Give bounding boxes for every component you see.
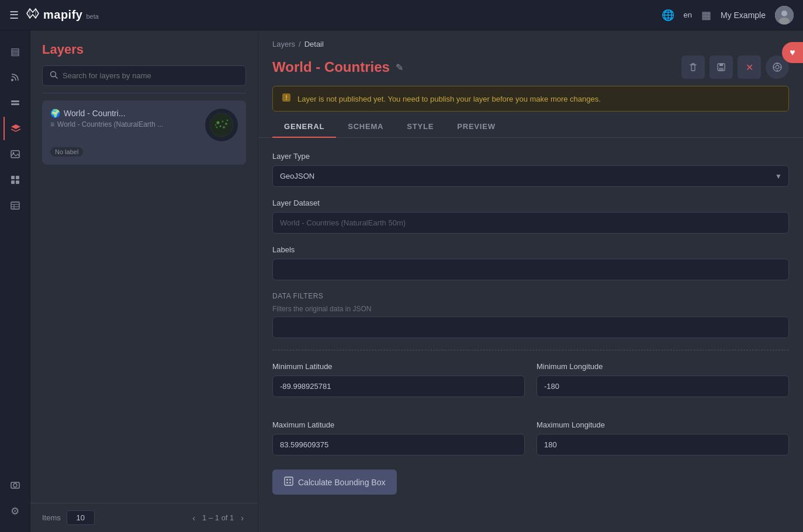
language-label[interactable]: en bbox=[684, 11, 692, 19]
project-name[interactable]: My Example bbox=[721, 11, 766, 20]
search-icon bbox=[50, 71, 58, 81]
sidebar-item-database[interactable]: ▤ bbox=[4, 40, 27, 63]
layer-card[interactable]: 🌍 World - Countri... ≡ World - Countries… bbox=[42, 100, 246, 165]
sidebar-item-group[interactable] bbox=[4, 91, 27, 114]
sidebar-item-grid[interactable] bbox=[4, 168, 27, 192]
data-filters-sub: Filters the original data in JSON bbox=[272, 305, 789, 313]
labels-input[interactable] bbox=[272, 259, 789, 280]
calculate-bounding-box-button[interactable]: Calculate Bounding Box bbox=[272, 470, 397, 495]
logo-icon bbox=[26, 8, 40, 23]
layer-type-select[interactable]: GeoJSON WMS WFS Tile bbox=[272, 165, 789, 187]
coordinates-grid: Minimum Latitude Minimum Longitude Maxim… bbox=[272, 362, 789, 467]
svg-point-34 bbox=[776, 65, 779, 69]
warning-text: Layer is not published yet. You need to … bbox=[297, 95, 601, 103]
max-lon-input[interactable] bbox=[537, 434, 789, 455]
layer-card-sub: ≡ World - Countries (NaturalEarth ... bbox=[50, 120, 205, 128]
labels-group: Labels bbox=[272, 245, 789, 280]
grid-nav-icon[interactable]: ▦ bbox=[701, 9, 711, 22]
svg-rect-6 bbox=[11, 151, 19, 158]
layers-list: 🌍 World - Countri... ≡ World - Countries… bbox=[30, 93, 258, 503]
topnav-right: 🌐 en ▦ My Example bbox=[662, 6, 794, 25]
breadcrumb-parent[interactable]: Layers bbox=[272, 40, 295, 48]
svg-point-36 bbox=[777, 70, 778, 71]
pagination: ‹ 1 – 1 of 1 › bbox=[190, 512, 246, 524]
globe-nav-icon[interactable]: 🌐 bbox=[662, 9, 674, 22]
layers-title: Layers bbox=[42, 42, 246, 57]
svg-rect-32 bbox=[719, 68, 724, 71]
left-panel-header: Layers bbox=[30, 30, 258, 93]
svg-point-38 bbox=[780, 67, 781, 68]
svg-rect-12 bbox=[11, 202, 19, 209]
sidebar-item-image[interactable] bbox=[4, 142, 27, 166]
avatar-image bbox=[775, 6, 794, 25]
svg-rect-31 bbox=[719, 64, 723, 66]
left-panel-footer: Items ‹ 1 – 1 of 1 › bbox=[30, 503, 258, 532]
layer-card-info: 🌍 World - Countri... ≡ World - Countries… bbox=[50, 109, 205, 128]
layer-dataset-input[interactable] bbox=[272, 212, 789, 234]
pagination-text: 1 – 1 of 1 bbox=[202, 513, 234, 522]
logo-text: mapify bbox=[43, 8, 82, 22]
data-filters-input[interactable] bbox=[272, 317, 789, 338]
svg-rect-43 bbox=[289, 479, 291, 481]
svg-line-19 bbox=[56, 77, 58, 79]
svg-rect-4 bbox=[11, 100, 19, 102]
search-input[interactable] bbox=[63, 71, 238, 80]
tab-style[interactable]: STYLE bbox=[395, 116, 445, 138]
max-lon-group: Maximum Longitude bbox=[537, 420, 789, 455]
svg-rect-9 bbox=[16, 176, 19, 179]
layer-type-select-wrapper: GeoJSON WMS WFS Tile ▼ bbox=[272, 165, 789, 187]
hamburger-icon[interactable]: ☰ bbox=[9, 9, 19, 22]
delete-button[interactable] bbox=[681, 55, 705, 79]
icon-sidebar: ▤ bbox=[0, 30, 30, 532]
heart-button[interactable]: ♥ bbox=[782, 42, 803, 63]
calc-btn-icon bbox=[284, 477, 293, 488]
tab-general[interactable]: GENERAL bbox=[272, 116, 336, 138]
main-container: ▤ bbox=[0, 30, 803, 532]
sidebar-item-layers[interactable] bbox=[4, 117, 27, 140]
sidebar-item-photo[interactable] bbox=[4, 474, 27, 497]
sidebar-item-table[interactable] bbox=[4, 194, 27, 217]
svg-point-23 bbox=[222, 121, 224, 123]
tab-preview[interactable]: PREVIEW bbox=[445, 116, 507, 138]
svg-text:!: ! bbox=[285, 94, 288, 101]
dataset-icon: ≡ bbox=[50, 120, 54, 128]
pagination-prev-button[interactable]: ‹ bbox=[190, 512, 198, 524]
min-lon-label: Minimum Longitude bbox=[537, 362, 789, 371]
svg-point-22 bbox=[217, 121, 220, 124]
pagination-next-button[interactable]: › bbox=[238, 512, 246, 524]
min-lat-input[interactable] bbox=[272, 375, 525, 397]
search-box[interactable] bbox=[42, 65, 246, 86]
warning-icon: ! bbox=[281, 92, 292, 105]
sidebar-item-settings[interactable]: ⚙ bbox=[4, 499, 27, 523]
min-lon-input[interactable] bbox=[537, 375, 789, 397]
items-per-page-input[interactable] bbox=[67, 510, 95, 525]
svg-rect-45 bbox=[289, 482, 291, 484]
max-lon-label: Maximum Longitude bbox=[537, 420, 789, 429]
tab-schema[interactable]: SCHEMA bbox=[336, 116, 395, 138]
svg-rect-42 bbox=[286, 479, 288, 481]
sidebar-item-rss[interactable] bbox=[4, 65, 27, 89]
svg-rect-10 bbox=[11, 180, 15, 184]
close-button[interactable]: ✕ bbox=[738, 55, 761, 79]
min-lat-group: Minimum Latitude bbox=[272, 362, 525, 397]
max-lat-input[interactable] bbox=[272, 434, 525, 455]
avatar[interactable] bbox=[775, 6, 794, 25]
svg-point-29 bbox=[215, 124, 216, 126]
max-lat-label: Maximum Latitude bbox=[272, 420, 525, 429]
svg-point-26 bbox=[223, 126, 225, 128]
breadcrumb-current: Detail bbox=[304, 40, 324, 48]
max-lat-group: Maximum Latitude bbox=[272, 420, 525, 455]
svg-rect-5 bbox=[11, 103, 19, 105]
main-content: ♥ Layers / Detail World - Countries ✎ bbox=[258, 30, 803, 532]
layer-dataset-group: Layer Dataset bbox=[272, 199, 789, 234]
layer-dataset-label: Layer Dataset bbox=[272, 199, 789, 207]
save-button[interactable] bbox=[709, 55, 733, 79]
layer-type-label: Layer Type bbox=[272, 152, 789, 161]
min-lon-group: Minimum Longitude bbox=[537, 362, 789, 397]
svg-rect-11 bbox=[16, 180, 19, 184]
breadcrumb-separator: / bbox=[299, 40, 301, 48]
svg-point-28 bbox=[227, 120, 228, 121]
edit-title-icon[interactable]: ✎ bbox=[396, 62, 403, 73]
tabs: GENERAL SCHEMA STYLE PREVIEW bbox=[258, 116, 803, 138]
detail-title: World - Countries bbox=[272, 59, 390, 75]
